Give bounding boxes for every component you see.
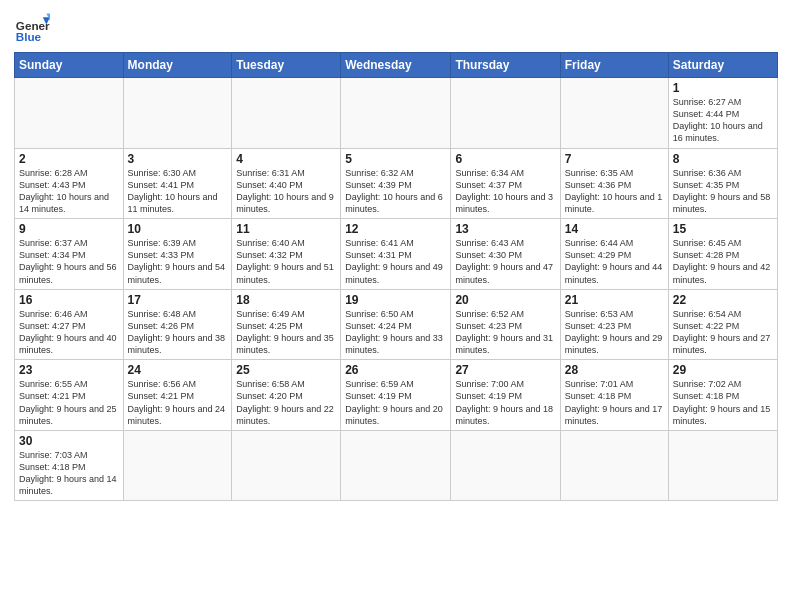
day-number: 9 <box>19 222 119 236</box>
calendar-cell: 18Sunrise: 6:49 AM Sunset: 4:25 PM Dayli… <box>232 289 341 360</box>
day-number: 12 <box>345 222 446 236</box>
calendar-cell: 25Sunrise: 6:58 AM Sunset: 4:20 PM Dayli… <box>232 360 341 431</box>
day-info: Sunrise: 6:27 AM Sunset: 4:44 PM Dayligh… <box>673 96 773 145</box>
day-info: Sunrise: 7:01 AM Sunset: 4:18 PM Dayligh… <box>565 378 664 427</box>
day-info: Sunrise: 6:35 AM Sunset: 4:36 PM Dayligh… <box>565 167 664 216</box>
calendar-cell <box>560 430 668 501</box>
calendar-cell: 23Sunrise: 6:55 AM Sunset: 4:21 PM Dayli… <box>15 360 124 431</box>
day-info: Sunrise: 6:39 AM Sunset: 4:33 PM Dayligh… <box>128 237 228 286</box>
day-info: Sunrise: 6:53 AM Sunset: 4:23 PM Dayligh… <box>565 308 664 357</box>
logo: General Blue <box>14 10 54 46</box>
calendar-cell: 27Sunrise: 7:00 AM Sunset: 4:19 PM Dayli… <box>451 360 560 431</box>
day-info: Sunrise: 6:59 AM Sunset: 4:19 PM Dayligh… <box>345 378 446 427</box>
calendar-cell: 1Sunrise: 6:27 AM Sunset: 4:44 PM Daylig… <box>668 78 777 149</box>
calendar-cell <box>451 78 560 149</box>
day-info: Sunrise: 6:49 AM Sunset: 4:25 PM Dayligh… <box>236 308 336 357</box>
day-number: 24 <box>128 363 228 377</box>
calendar-cell: 12Sunrise: 6:41 AM Sunset: 4:31 PM Dayli… <box>341 219 451 290</box>
day-number: 13 <box>455 222 555 236</box>
day-number: 25 <box>236 363 336 377</box>
day-info: Sunrise: 6:48 AM Sunset: 4:26 PM Dayligh… <box>128 308 228 357</box>
calendar-cell <box>451 430 560 501</box>
calendar-cell <box>232 78 341 149</box>
day-info: Sunrise: 6:43 AM Sunset: 4:30 PM Dayligh… <box>455 237 555 286</box>
day-info: Sunrise: 6:28 AM Sunset: 4:43 PM Dayligh… <box>19 167 119 216</box>
day-number: 26 <box>345 363 446 377</box>
calendar-cell <box>668 430 777 501</box>
calendar-cell: 21Sunrise: 6:53 AM Sunset: 4:23 PM Dayli… <box>560 289 668 360</box>
calendar-cell <box>560 78 668 149</box>
calendar-cell: 8Sunrise: 6:36 AM Sunset: 4:35 PM Daylig… <box>668 148 777 219</box>
calendar-cell: 26Sunrise: 6:59 AM Sunset: 4:19 PM Dayli… <box>341 360 451 431</box>
day-number: 3 <box>128 152 228 166</box>
day-number: 20 <box>455 293 555 307</box>
day-info: Sunrise: 6:37 AM Sunset: 4:34 PM Dayligh… <box>19 237 119 286</box>
day-info: Sunrise: 6:32 AM Sunset: 4:39 PM Dayligh… <box>345 167 446 216</box>
day-number: 29 <box>673 363 773 377</box>
day-number: 10 <box>128 222 228 236</box>
calendar-cell <box>123 430 232 501</box>
day-number: 1 <box>673 81 773 95</box>
calendar-cell: 4Sunrise: 6:31 AM Sunset: 4:40 PM Daylig… <box>232 148 341 219</box>
day-info: Sunrise: 6:58 AM Sunset: 4:20 PM Dayligh… <box>236 378 336 427</box>
day-info: Sunrise: 6:34 AM Sunset: 4:37 PM Dayligh… <box>455 167 555 216</box>
calendar-week-row: 1Sunrise: 6:27 AM Sunset: 4:44 PM Daylig… <box>15 78 778 149</box>
day-number: 19 <box>345 293 446 307</box>
logo-icon: General Blue <box>14 10 50 46</box>
day-info: Sunrise: 6:55 AM Sunset: 4:21 PM Dayligh… <box>19 378 119 427</box>
calendar-cell: 5Sunrise: 6:32 AM Sunset: 4:39 PM Daylig… <box>341 148 451 219</box>
weekday-header-tuesday: Tuesday <box>232 53 341 78</box>
day-info: Sunrise: 6:50 AM Sunset: 4:24 PM Dayligh… <box>345 308 446 357</box>
day-number: 7 <box>565 152 664 166</box>
day-number: 18 <box>236 293 336 307</box>
calendar-cell: 29Sunrise: 7:02 AM Sunset: 4:18 PM Dayli… <box>668 360 777 431</box>
day-info: Sunrise: 6:56 AM Sunset: 4:21 PM Dayligh… <box>128 378 228 427</box>
calendar-cell: 22Sunrise: 6:54 AM Sunset: 4:22 PM Dayli… <box>668 289 777 360</box>
weekday-header-monday: Monday <box>123 53 232 78</box>
day-number: 4 <box>236 152 336 166</box>
calendar-week-row: 9Sunrise: 6:37 AM Sunset: 4:34 PM Daylig… <box>15 219 778 290</box>
calendar-week-row: 2Sunrise: 6:28 AM Sunset: 4:43 PM Daylig… <box>15 148 778 219</box>
day-info: Sunrise: 6:44 AM Sunset: 4:29 PM Dayligh… <box>565 237 664 286</box>
day-number: 14 <box>565 222 664 236</box>
calendar-cell: 28Sunrise: 7:01 AM Sunset: 4:18 PM Dayli… <box>560 360 668 431</box>
calendar-cell <box>341 78 451 149</box>
calendar-week-row: 16Sunrise: 6:46 AM Sunset: 4:27 PM Dayli… <box>15 289 778 360</box>
day-info: Sunrise: 7:00 AM Sunset: 4:19 PM Dayligh… <box>455 378 555 427</box>
day-number: 15 <box>673 222 773 236</box>
calendar-cell <box>123 78 232 149</box>
day-number: 30 <box>19 434 119 448</box>
day-number: 17 <box>128 293 228 307</box>
day-number: 21 <box>565 293 664 307</box>
calendar-cell: 6Sunrise: 6:34 AM Sunset: 4:37 PM Daylig… <box>451 148 560 219</box>
weekday-header-sunday: Sunday <box>15 53 124 78</box>
calendar-cell: 9Sunrise: 6:37 AM Sunset: 4:34 PM Daylig… <box>15 219 124 290</box>
calendar-cell: 30Sunrise: 7:03 AM Sunset: 4:18 PM Dayli… <box>15 430 124 501</box>
calendar-cell: 15Sunrise: 6:45 AM Sunset: 4:28 PM Dayli… <box>668 219 777 290</box>
calendar-cell <box>232 430 341 501</box>
day-number: 27 <box>455 363 555 377</box>
calendar-cell: 2Sunrise: 6:28 AM Sunset: 4:43 PM Daylig… <box>15 148 124 219</box>
day-info: Sunrise: 6:41 AM Sunset: 4:31 PM Dayligh… <box>345 237 446 286</box>
day-info: Sunrise: 6:30 AM Sunset: 4:41 PM Dayligh… <box>128 167 228 216</box>
day-number: 23 <box>19 363 119 377</box>
day-number: 28 <box>565 363 664 377</box>
weekday-header-saturday: Saturday <box>668 53 777 78</box>
calendar-cell: 13Sunrise: 6:43 AM Sunset: 4:30 PM Dayli… <box>451 219 560 290</box>
day-info: Sunrise: 7:02 AM Sunset: 4:18 PM Dayligh… <box>673 378 773 427</box>
day-info: Sunrise: 6:54 AM Sunset: 4:22 PM Dayligh… <box>673 308 773 357</box>
page-header: General Blue <box>14 10 778 46</box>
calendar-cell: 7Sunrise: 6:35 AM Sunset: 4:36 PM Daylig… <box>560 148 668 219</box>
calendar-cell: 17Sunrise: 6:48 AM Sunset: 4:26 PM Dayli… <box>123 289 232 360</box>
weekday-header-wednesday: Wednesday <box>341 53 451 78</box>
calendar-cell: 19Sunrise: 6:50 AM Sunset: 4:24 PM Dayli… <box>341 289 451 360</box>
calendar-header-row: SundayMondayTuesdayWednesdayThursdayFrid… <box>15 53 778 78</box>
calendar-cell: 16Sunrise: 6:46 AM Sunset: 4:27 PM Dayli… <box>15 289 124 360</box>
calendar-cell: 11Sunrise: 6:40 AM Sunset: 4:32 PM Dayli… <box>232 219 341 290</box>
day-number: 6 <box>455 152 555 166</box>
day-number: 16 <box>19 293 119 307</box>
calendar-cell <box>15 78 124 149</box>
calendar-cell: 14Sunrise: 6:44 AM Sunset: 4:29 PM Dayli… <box>560 219 668 290</box>
weekday-header-thursday: Thursday <box>451 53 560 78</box>
calendar-cell: 20Sunrise: 6:52 AM Sunset: 4:23 PM Dayli… <box>451 289 560 360</box>
